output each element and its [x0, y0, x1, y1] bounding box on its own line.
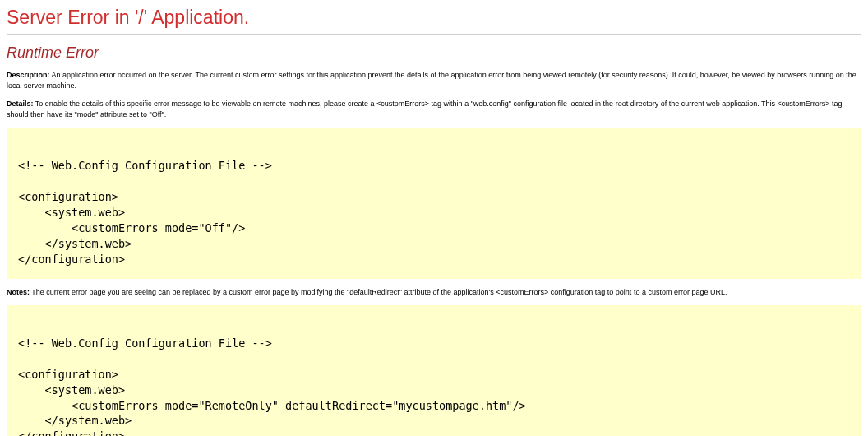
page-title: Server Error in '/' Application.: [7, 7, 861, 35]
details-line: Details: To enable the details of this s…: [7, 99, 861, 119]
description-label: Description:: [7, 71, 50, 79]
description-text: An application error occurred on the ser…: [7, 71, 856, 90]
notes-text: The current error page you are seeing ca…: [31, 288, 727, 296]
details-text: To enable the details of this specific e…: [7, 100, 843, 118]
details-label: Details:: [7, 100, 34, 108]
notes-line: Notes: The current error page you are se…: [7, 287, 861, 298]
error-subtitle: Runtime Error: [7, 44, 861, 62]
notes-label: Notes:: [7, 288, 30, 296]
description-line: Description: An application error occurr…: [7, 70, 861, 90]
web-config-remoteonly-code: <!-- Web.Config Configuration File --> <…: [7, 305, 861, 436]
web-config-off-code: <!-- Web.Config Configuration File --> <…: [7, 128, 861, 278]
